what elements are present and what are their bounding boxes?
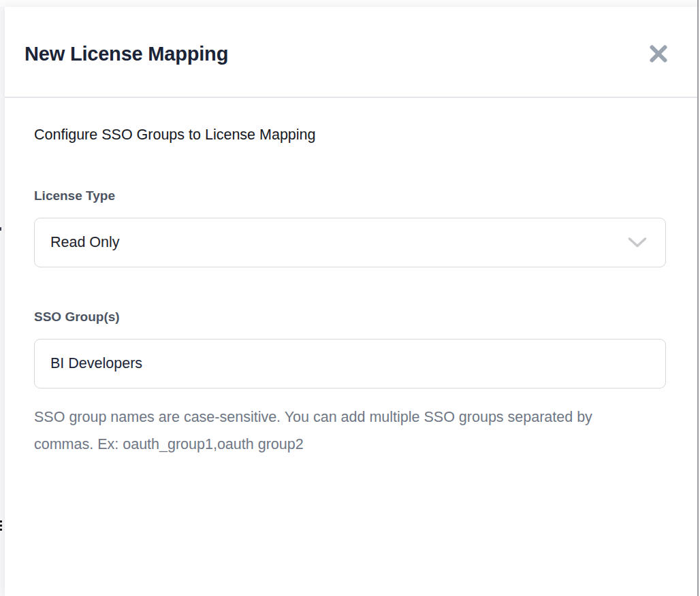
modal-subheading: Configure SSO Groups to License Mapping	[34, 127, 671, 144]
license-type-selected-value: Read Only	[50, 234, 120, 251]
window-right-border	[697, 0, 699, 596]
background-text-fragment	[0, 227, 1, 231]
sso-groups-help-text: SSO group names are case-sensitive. You …	[34, 403, 626, 458]
sso-groups-field-group: SSO Group(s) SSO group names are case-se…	[34, 310, 671, 458]
close-button[interactable]	[646, 42, 671, 66]
close-icon	[649, 44, 668, 63]
license-type-label: License Type	[34, 188, 671, 203]
license-type-field-group: License Type Read Only	[34, 188, 671, 267]
modal-body: Configure SSO Groups to License Mapping …	[5, 127, 698, 458]
sso-groups-input[interactable]	[34, 339, 666, 388]
modal-title: New License Mapping	[25, 43, 228, 65]
license-type-select[interactable]: Read Only	[34, 218, 666, 267]
new-license-mapping-modal: New License Mapping Configure SSO Groups…	[5, 7, 698, 596]
sso-groups-label: SSO Group(s)	[34, 310, 671, 325]
background-page-strip-left	[0, 0, 5, 596]
menu-bar-line	[0, 520, 2, 523]
chevron-down-icon	[627, 236, 648, 249]
menu-bar-line	[0, 525, 2, 527]
modal-header: New License Mapping	[5, 7, 698, 98]
menu-bar-line	[0, 529, 2, 531]
background-page-strip-top	[0, 0, 700, 7]
background-menu-icon	[0, 520, 2, 533]
